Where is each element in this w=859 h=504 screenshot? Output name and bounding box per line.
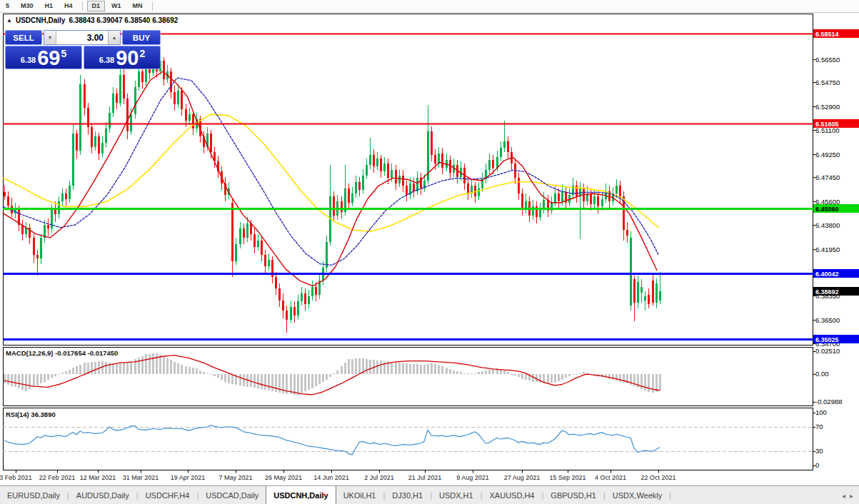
macd-tick-label: -0.02988 xyxy=(815,398,843,405)
candle-body xyxy=(36,255,39,258)
candle-body xyxy=(246,223,248,238)
macd-bar xyxy=(156,353,158,374)
candle-body xyxy=(376,158,378,166)
tab-usdcad-daily[interactable]: USDCAD,Daily xyxy=(199,486,266,504)
candle-body xyxy=(315,287,317,295)
candle-body xyxy=(597,196,599,207)
macd-bar xyxy=(18,374,20,388)
chart-canvas[interactable]: 6.565506.547506.529006.511006.492506.474… xyxy=(0,13,859,485)
macd-bar xyxy=(438,366,440,374)
macd-bar xyxy=(76,366,78,374)
macd-bar xyxy=(119,363,121,374)
macd-bar xyxy=(616,374,618,380)
tab-dj30-h1[interactable]: DJ30,H1 xyxy=(385,486,430,504)
candle-body xyxy=(40,238,42,258)
macd-bar xyxy=(648,374,650,392)
macd-bar xyxy=(326,374,328,380)
macd-bar xyxy=(453,371,455,374)
tab-ukoil-h1[interactable]: UKOil,H1 xyxy=(336,486,383,504)
macd-bar xyxy=(65,371,67,374)
candle-body xyxy=(355,182,357,193)
macd-bar xyxy=(344,363,346,374)
macd-bar xyxy=(336,371,338,374)
price-tick-label: 6.47450 xyxy=(815,173,840,181)
candle-body xyxy=(282,301,284,311)
candle-body xyxy=(51,208,53,228)
tab-audusd-daily[interactable]: AUDUSD,Daily xyxy=(69,486,136,504)
candle-body xyxy=(141,71,144,82)
sell-price-display[interactable]: 6.38 69 5 xyxy=(5,46,82,69)
buy-button[interactable]: BUY xyxy=(122,30,161,45)
candle-body xyxy=(496,157,498,168)
macd-bar xyxy=(659,374,661,390)
candle-body xyxy=(177,91,179,104)
candle-body xyxy=(648,295,650,304)
timeframe-button-m30[interactable]: M30 xyxy=(16,1,39,11)
candle-body xyxy=(105,128,107,143)
candle-body xyxy=(441,153,443,168)
macd-bar xyxy=(7,374,9,385)
timeframe-button-5[interactable]: 5 xyxy=(1,1,14,11)
macd-bar xyxy=(268,374,270,390)
candle-body xyxy=(521,193,523,209)
tab-usdx-h1[interactable]: USDX,H1 xyxy=(432,486,481,504)
macd-bar xyxy=(341,366,343,374)
tab-eurusd-daily[interactable]: EURUSD,Daily xyxy=(0,486,67,504)
timeframe-button-w1[interactable]: W1 xyxy=(106,1,126,11)
price-axis: 6.565506.547506.529006.511006.492506.474… xyxy=(813,34,843,470)
macd-bar xyxy=(243,374,245,386)
tab-usdx-weekly[interactable]: USDX,Weekly xyxy=(606,486,669,504)
macd-bar xyxy=(192,368,194,374)
timeframe-button-h4[interactable]: H4 xyxy=(59,1,78,11)
toolbar-divider xyxy=(152,1,153,11)
rsi-line xyxy=(4,425,660,455)
collapse-chart-icon[interactable]: ▲ xyxy=(6,17,12,24)
macd-bar xyxy=(576,374,578,375)
macd-bar xyxy=(94,362,96,374)
timeframe-toolbar: 5M30H1H4D1W1MN xyxy=(0,0,859,13)
candle-body xyxy=(116,94,118,103)
date-tick-label: 14 Jun 2021 xyxy=(313,474,349,481)
macd-bar xyxy=(561,374,563,380)
timeframe-button-d1[interactable]: D1 xyxy=(87,1,106,11)
candle-body xyxy=(633,279,636,303)
candle-body xyxy=(398,176,401,183)
tab-gbpusd-h1[interactable]: GBPUSD,H1 xyxy=(543,486,603,504)
candle-body xyxy=(518,178,520,193)
candle-body xyxy=(655,283,658,303)
date-tick-label: 4 Oct 2021 xyxy=(595,474,626,481)
candle-body xyxy=(659,291,661,301)
tab-xauusd-h4[interactable]: XAUUSD,H4 xyxy=(483,486,542,504)
macd-bar xyxy=(79,365,81,374)
macd-bar xyxy=(460,372,462,374)
tab-scroll-right-icon[interactable]: ▸ xyxy=(850,492,853,500)
macd-bar xyxy=(358,358,361,374)
macd-bar xyxy=(583,372,585,374)
tab-scroll-left-icon[interactable]: ◂ xyxy=(842,492,845,500)
tab-usdcnh-daily[interactable]: USDCNH,Daily xyxy=(266,486,336,504)
tab-usdchf-h4[interactable]: USDCHF,H4 xyxy=(139,486,197,504)
macd-bar xyxy=(181,365,183,374)
date-tick-label: 2 Jul 2021 xyxy=(364,474,394,481)
timeframe-button-h1[interactable]: H1 xyxy=(40,1,59,11)
candle-body xyxy=(257,241,259,247)
sell-button[interactable]: SELL xyxy=(5,30,42,45)
macd-bar xyxy=(196,368,198,374)
macd-bar xyxy=(264,374,266,390)
lot-increase-button[interactable]: ▴ xyxy=(108,31,120,44)
buy-price-display[interactable]: 6.38 90 2 xyxy=(84,46,161,69)
candle-body xyxy=(253,234,256,247)
candle-body xyxy=(558,193,560,201)
lot-size-value[interactable]: 3.00 xyxy=(56,31,108,44)
macd-bar xyxy=(163,357,165,374)
macd-bar xyxy=(308,374,310,390)
date-tick-label: 27 Aug 2021 xyxy=(504,474,541,481)
sell-price-big: 69 xyxy=(37,49,60,67)
candle-body xyxy=(373,155,375,166)
date-tick-label: 31 Mar 2021 xyxy=(123,474,159,481)
macd-bar xyxy=(409,364,411,374)
candle-body xyxy=(189,114,191,121)
lot-decrease-button[interactable]: ▾ xyxy=(44,31,56,44)
timeframe-button-mn[interactable]: MN xyxy=(128,1,148,11)
macd-bar xyxy=(434,364,436,374)
